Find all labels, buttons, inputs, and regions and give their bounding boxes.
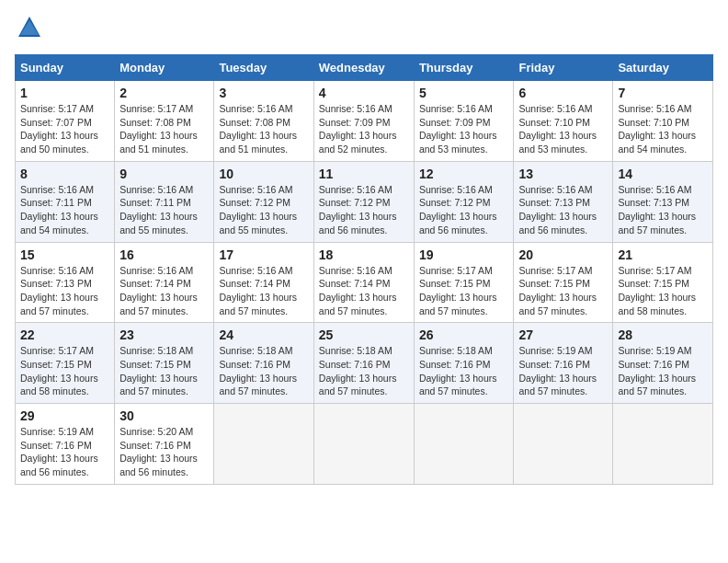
- day-number: 8: [20, 167, 109, 181]
- calendar-cell: 13 Sunrise: 5:16 AMSunset: 7:13 PMDaylig…: [514, 161, 613, 242]
- day-number: 24: [219, 327, 308, 342]
- calendar-cell: [214, 404, 313, 485]
- calendar-cell: 17 Sunrise: 5:16 AMSunset: 7:14 PMDaylig…: [214, 242, 313, 323]
- day-number: 22: [20, 327, 109, 342]
- calendar-cell: [414, 404, 514, 485]
- calendar-cell: 24 Sunrise: 5:18 AMSunset: 7:16 PMDaylig…: [214, 323, 313, 404]
- day-info: Sunrise: 5:16 AMSunset: 7:11 PMDaylight:…: [119, 184, 198, 236]
- day-info: Sunrise: 5:16 AMSunset: 7:13 PMDaylight:…: [20, 265, 98, 316]
- day-number: 11: [319, 167, 409, 181]
- day-info: Sunrise: 5:16 AMSunset: 7:11 PMDaylight:…: [20, 184, 98, 236]
- day-number: 9: [119, 167, 209, 181]
- day-info: Sunrise: 5:17 AMSunset: 7:08 PMDaylight:…: [119, 103, 198, 155]
- header-monday: Monday: [115, 55, 214, 81]
- calendar-cell: 1 Sunrise: 5:17 AMSunset: 7:07 PMDayligh…: [16, 81, 115, 162]
- calendar-cell: 22 Sunrise: 5:17 AMSunset: 7:15 PMDaylig…: [16, 323, 115, 404]
- day-number: 30: [119, 408, 209, 423]
- day-info: Sunrise: 5:20 AMSunset: 7:16 PMDaylight:…: [119, 426, 198, 477]
- calendar-cell: 19 Sunrise: 5:17 AMSunset: 7:15 PMDaylig…: [414, 242, 514, 323]
- day-number: 21: [618, 247, 708, 262]
- day-number: 19: [419, 247, 509, 262]
- calendar-cell: 3 Sunrise: 5:16 AMSunset: 7:08 PMDayligh…: [214, 81, 313, 162]
- calendar-cell: 7 Sunrise: 5:16 AMSunset: 7:10 PMDayligh…: [613, 81, 713, 162]
- calendar-cell: 30 Sunrise: 5:20 AMSunset: 7:16 PMDaylig…: [115, 404, 214, 485]
- day-info: Sunrise: 5:19 AMSunset: 7:16 PMDaylight:…: [518, 345, 597, 396]
- calendar-cell: 25 Sunrise: 5:18 AMSunset: 7:16 PMDaylig…: [313, 323, 414, 404]
- day-number: 23: [119, 327, 209, 342]
- calendar-cell: 21 Sunrise: 5:17 AMSunset: 7:15 PMDaylig…: [613, 242, 713, 323]
- calendar-week-row: 1 Sunrise: 5:17 AMSunset: 7:07 PMDayligh…: [16, 81, 713, 162]
- day-info: Sunrise: 5:17 AMSunset: 7:15 PMDaylight:…: [419, 265, 497, 316]
- header-saturday: Saturday: [613, 55, 713, 81]
- day-number: 15: [20, 247, 109, 262]
- day-number: 2: [119, 86, 209, 100]
- day-number: 5: [419, 86, 509, 100]
- day-info: Sunrise: 5:17 AMSunset: 7:07 PMDaylight:…: [20, 103, 98, 155]
- calendar-cell: 23 Sunrise: 5:18 AMSunset: 7:15 PMDaylig…: [115, 323, 214, 404]
- day-info: Sunrise: 5:16 AMSunset: 7:10 PMDaylight:…: [518, 103, 597, 155]
- day-info: Sunrise: 5:16 AMSunset: 7:14 PMDaylight:…: [219, 265, 297, 316]
- calendar-cell: 16 Sunrise: 5:16 AMSunset: 7:14 PMDaylig…: [115, 242, 214, 323]
- calendar-week-row: 8 Sunrise: 5:16 AMSunset: 7:11 PMDayligh…: [16, 161, 713, 242]
- calendar-table: Sunday Monday Tuesday Wednesday Thursday…: [15, 54, 713, 485]
- logo: [15, 15, 42, 45]
- day-info: Sunrise: 5:16 AMSunset: 7:14 PMDaylight:…: [119, 265, 198, 316]
- day-info: Sunrise: 5:19 AMSunset: 7:16 PMDaylight:…: [20, 426, 98, 477]
- day-number: 18: [319, 247, 409, 262]
- header-sunday: Sunday: [16, 55, 115, 81]
- day-number: 20: [518, 247, 608, 262]
- day-number: 3: [219, 86, 308, 100]
- day-info: Sunrise: 5:16 AMSunset: 7:13 PMDaylight:…: [618, 184, 696, 236]
- day-number: 4: [319, 86, 409, 100]
- day-info: Sunrise: 5:18 AMSunset: 7:15 PMDaylight:…: [119, 345, 198, 396]
- day-info: Sunrise: 5:16 AMSunset: 7:10 PMDaylight:…: [618, 103, 696, 155]
- calendar-cell: 14 Sunrise: 5:16 AMSunset: 7:13 PMDaylig…: [613, 161, 713, 242]
- calendar-cell: 27 Sunrise: 5:19 AMSunset: 7:16 PMDaylig…: [514, 323, 613, 404]
- calendar-cell: 28 Sunrise: 5:19 AMSunset: 7:16 PMDaylig…: [613, 323, 713, 404]
- calendar-week-row: 29 Sunrise: 5:19 AMSunset: 7:16 PMDaylig…: [16, 404, 713, 485]
- day-info: Sunrise: 5:16 AMSunset: 7:08 PMDaylight:…: [219, 103, 297, 155]
- day-info: Sunrise: 5:16 AMSunset: 7:14 PMDaylight:…: [319, 265, 397, 316]
- page-header: [15, 15, 713, 45]
- day-info: Sunrise: 5:16 AMSunset: 7:09 PMDaylight:…: [319, 103, 397, 155]
- calendar-cell: 29 Sunrise: 5:19 AMSunset: 7:16 PMDaylig…: [16, 404, 115, 485]
- calendar-cell: 26 Sunrise: 5:18 AMSunset: 7:16 PMDaylig…: [414, 323, 514, 404]
- day-number: 1: [20, 86, 109, 100]
- calendar-cell: 6 Sunrise: 5:16 AMSunset: 7:10 PMDayligh…: [514, 81, 613, 162]
- header-wednesday: Wednesday: [313, 55, 414, 81]
- day-number: 28: [618, 327, 708, 342]
- day-info: Sunrise: 5:16 AMSunset: 7:12 PMDaylight:…: [219, 184, 297, 236]
- day-number: 29: [20, 408, 109, 423]
- calendar-week-row: 22 Sunrise: 5:17 AMSunset: 7:15 PMDaylig…: [16, 323, 713, 404]
- calendar-cell: 5 Sunrise: 5:16 AMSunset: 7:09 PMDayligh…: [414, 81, 514, 162]
- header-friday: Friday: [514, 55, 613, 81]
- day-info: Sunrise: 5:18 AMSunset: 7:16 PMDaylight:…: [419, 345, 497, 396]
- weekday-header-row: Sunday Monday Tuesday Wednesday Thursday…: [16, 55, 713, 81]
- calendar-cell: [313, 404, 414, 485]
- calendar-cell: [514, 404, 613, 485]
- day-info: Sunrise: 5:18 AMSunset: 7:16 PMDaylight:…: [219, 345, 297, 396]
- day-number: 13: [518, 167, 608, 181]
- day-number: 7: [618, 86, 708, 100]
- calendar-cell: 9 Sunrise: 5:16 AMSunset: 7:11 PMDayligh…: [115, 161, 214, 242]
- day-info: Sunrise: 5:18 AMSunset: 7:16 PMDaylight:…: [319, 345, 397, 396]
- calendar-cell: [613, 404, 713, 485]
- header-tuesday: Tuesday: [214, 55, 313, 81]
- calendar-cell: 11 Sunrise: 5:16 AMSunset: 7:12 PMDaylig…: [313, 161, 414, 242]
- day-info: Sunrise: 5:16 AMSunset: 7:13 PMDaylight:…: [518, 184, 597, 236]
- calendar-cell: 4 Sunrise: 5:16 AMSunset: 7:09 PMDayligh…: [313, 81, 414, 162]
- svg-marker-1: [20, 20, 39, 35]
- day-info: Sunrise: 5:17 AMSunset: 7:15 PMDaylight:…: [618, 265, 696, 316]
- day-info: Sunrise: 5:16 AMSunset: 7:09 PMDaylight:…: [419, 103, 497, 155]
- calendar-cell: 8 Sunrise: 5:16 AMSunset: 7:11 PMDayligh…: [16, 161, 115, 242]
- calendar-cell: 20 Sunrise: 5:17 AMSunset: 7:15 PMDaylig…: [514, 242, 613, 323]
- day-number: 6: [518, 86, 608, 100]
- day-number: 14: [618, 167, 708, 181]
- calendar-week-row: 15 Sunrise: 5:16 AMSunset: 7:13 PMDaylig…: [16, 242, 713, 323]
- day-number: 27: [518, 327, 608, 342]
- day-number: 10: [219, 167, 308, 181]
- calendar-cell: 2 Sunrise: 5:17 AMSunset: 7:08 PMDayligh…: [115, 81, 214, 162]
- day-number: 16: [119, 247, 209, 262]
- day-number: 25: [319, 327, 409, 342]
- logo-icon: [17, 15, 42, 40]
